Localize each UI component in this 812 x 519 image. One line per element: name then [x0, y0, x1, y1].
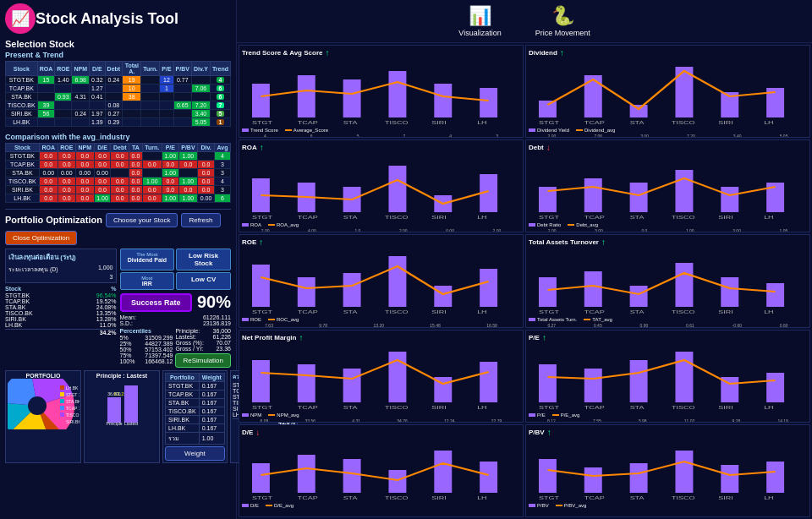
svg-rect-30	[480, 88, 497, 117]
svg-rect-136	[675, 451, 693, 493]
app-logo: 📈	[5, 3, 36, 34]
de-down-arrow: ↓	[255, 428, 260, 437]
nav-visualization[interactable]: 📊 Visualization	[458, 5, 501, 37]
svg-rect-90	[766, 283, 784, 307]
svg-text:TCAP: TCAP	[298, 404, 318, 410]
svg-text:SIRI: SIRI	[718, 494, 732, 500]
roe-chart: ROE ↑ STGT TCAP STA TISCO SIRI LH	[239, 234, 524, 327]
svg-text:TCAP: TCAP	[584, 215, 605, 221]
choose-stock-btn[interactable]: Choose your Stock	[106, 213, 178, 227]
svg-rect-37	[539, 101, 557, 117]
svg-rect-27	[343, 79, 361, 117]
table-row: STGT.BK151.406.98 0.320.2419 120.774	[6, 76, 231, 85]
weight-row: TISCO.BK0.167	[166, 407, 225, 416]
svg-text:SIRI: SIRI	[718, 215, 732, 221]
svg-text:STA: STA	[630, 494, 645, 500]
comp-row: STA.BK0.000.000.00 0.000.0 1.000.03	[6, 169, 231, 178]
svg-text:SIRI: SIRI	[431, 119, 446, 125]
svg-rect-123	[343, 459, 361, 493]
tat-chart: Total Assets Turnover ↑ STGT TCAP STA TI…	[525, 234, 810, 327]
svg-point-6	[28, 396, 47, 415]
col-roe: ROE	[55, 62, 72, 76]
svg-text:TISCO: TISCO	[385, 309, 408, 315]
refresh-btn[interactable]: Refresh	[181, 213, 220, 227]
svg-text:Principle: Principle	[106, 421, 122, 426]
svg-rect-114	[766, 373, 784, 402]
svg-text:STA: STA	[630, 119, 645, 125]
svg-rect-9	[60, 392, 64, 396]
stocks-pct-label: Stock	[5, 286, 21, 292]
svg-rect-98	[298, 364, 315, 402]
svg-text:SIRI.BK: SIRI.BK	[66, 419, 80, 424]
success-rate-label: Success Rate	[129, 298, 184, 307]
svg-rect-126	[480, 462, 497, 493]
col-div: Div.Y	[191, 62, 210, 76]
svg-rect-25	[252, 84, 270, 117]
svg-rect-99	[343, 369, 361, 402]
svg-text:LH: LH	[764, 309, 773, 315]
svg-text:36,000: 36,000	[107, 391, 121, 396]
col-trend: Trend	[210, 62, 230, 76]
svg-text:STGT: STGT	[539, 404, 559, 410]
roa-up-arrow: ↑	[260, 143, 264, 152]
svg-text:TISCO: TISCO	[672, 119, 694, 125]
dca-title: เงินลงทุนต่อเดือน (ระบุ)	[8, 252, 113, 263]
principle-section: Principle:36,000 Lastest:61,226 Gross (%…	[175, 328, 231, 368]
present-trend-title: Present & Trend	[5, 51, 231, 59]
svg-text:LH: LH	[764, 404, 773, 410]
debt-down-arrow: ↓	[546, 143, 551, 152]
selection-title: Selection Stock	[5, 39, 231, 49]
svg-text:LH: LH	[477, 215, 486, 221]
svg-rect-122	[298, 455, 315, 493]
svg-rect-109	[539, 364, 557, 402]
close-optimization-btn[interactable]: Close Optimization	[5, 231, 77, 245]
roa-chart: ROA ↑ STGT TCAP STA TISCO SIRI LH	[239, 139, 524, 232]
svg-rect-63	[630, 183, 648, 212]
de-chart: D/E ↓ STGT TCAP STA TISCO SIRI LH	[239, 424, 524, 517]
weight-table-section: Portfolio Weight STGT.BK0.167 TCAP.BK0.1…	[162, 370, 228, 463]
svg-text:STGT: STGT	[252, 404, 272, 410]
comp-row: TISCO.BK0.00.00.0 0.00.00.01.00 0.01.000…	[6, 178, 231, 186]
svg-text:STA: STA	[343, 309, 359, 315]
svg-rect-121	[252, 463, 270, 493]
svg-text:STGT: STGT	[539, 494, 559, 500]
svg-text:TCAP: TCAP	[584, 494, 605, 500]
debt-chart: Debt ↓ STGT TCAP STA TISCO SIRI LH	[525, 139, 810, 232]
resimulation-btn[interactable]: ReSimulation	[175, 353, 231, 368]
nav-price-movement[interactable]: 🐍 Price Movement	[535, 5, 590, 37]
svg-rect-124	[388, 470, 406, 493]
svg-text:STGT: STGT	[252, 119, 272, 125]
table-row: TCAP.BK 1.2710 17.066	[6, 85, 231, 93]
svg-rect-62	[584, 178, 602, 212]
svg-rect-97	[252, 360, 270, 402]
comp-row: TCAP.BK0.00.00.0 0.00.00.00.0 0.00.00.03	[6, 161, 231, 169]
col-debt: Debt	[105, 62, 123, 76]
comparison-title: Comparison with the avg_industry	[5, 133, 231, 141]
list-item: STGT.BK96.54%	[5, 292, 117, 298]
svg-text:TISCO: TISCO	[672, 494, 694, 500]
weight-row: SIRI.BK0.167	[166, 416, 225, 424]
svg-text:STA: STA	[630, 404, 645, 410]
weight-btn[interactable]: Weight	[165, 446, 225, 461]
col-roa: ROA	[37, 62, 55, 76]
svg-text:LH: LH	[764, 494, 773, 500]
principle-lastest-chart: Principle : Lastest 61,226 Principle Las…	[84, 370, 160, 463]
weight-row: TCAP.BK0.167	[166, 391, 225, 399]
svg-rect-78	[480, 269, 497, 307]
pe-chart: P/E ↑ STGT TCAP STA TISCO SIRI LH	[525, 330, 810, 423]
svg-rect-29	[434, 84, 452, 117]
svg-text:STGT 16%: STGT 16%	[66, 392, 80, 397]
svg-rect-74	[298, 277, 315, 307]
dca-subtitle: ระยะเวลาลงทุน (D)	[8, 265, 58, 274]
svg-text:TCAP: TCAP	[298, 119, 318, 125]
low-risk-box: Low Risk Stock	[176, 249, 231, 270]
comp-row: STGT.BK0.00.00.0 0.00.00.0 1.001.004	[6, 152, 231, 161]
svg-rect-52	[388, 166, 406, 212]
dividend-up-arrow: ↑	[560, 48, 564, 57]
svg-text:SIRI: SIRI	[718, 309, 732, 315]
svg-rect-87	[630, 286, 648, 307]
python-icon: 🐍	[551, 5, 574, 27]
svg-text:TCAP: TCAP	[298, 215, 318, 221]
svg-text:STGT: STGT	[252, 215, 272, 221]
svg-text:LH: LH	[477, 494, 486, 500]
